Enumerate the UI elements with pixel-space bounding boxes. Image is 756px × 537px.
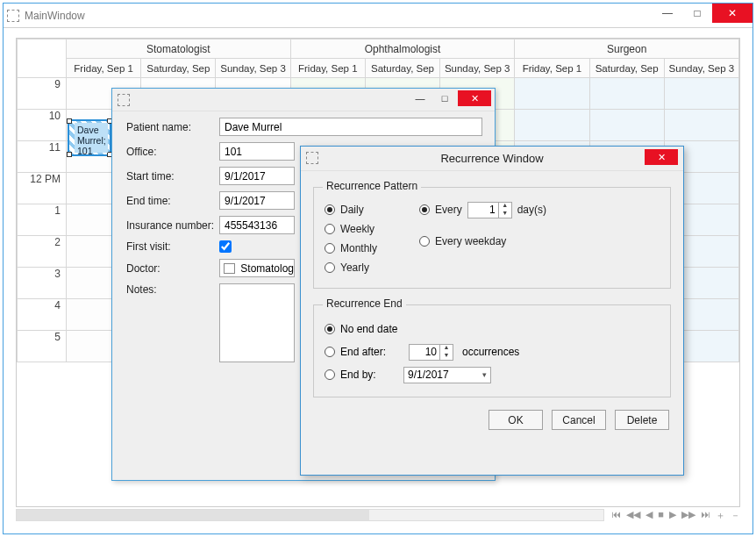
appointment-dave-murrel[interactable]: Dave Murrel; 101 (68, 119, 111, 156)
spin-up-icon[interactable]: ▲ (440, 344, 453, 352)
delete-button[interactable]: Delete (615, 410, 669, 430)
app-icon (118, 94, 130, 106)
radio-icon (325, 369, 335, 380)
horizontal-scrollbar[interactable] (16, 509, 604, 521)
insurance-number-label: Insurance number: (126, 219, 219, 232)
radio-every-weekday[interactable]: Every weekday (419, 232, 660, 251)
time-slot[interactable] (664, 78, 738, 110)
day-header[interactable]: Sunday, Sep 3 (216, 59, 290, 78)
time-label: 5 (18, 331, 67, 362)
end-time-label: End time: (126, 195, 219, 207)
recurrence-titlebar[interactable]: Recurrence Window ✕ (301, 147, 683, 171)
group-header-stomatologist[interactable]: Stomatologist (67, 39, 291, 59)
radio-weekly[interactable]: Weekly (325, 219, 412, 239)
day-header[interactable]: Friday, Sep 1 (290, 59, 365, 78)
nav-button-3[interactable]: ■ (658, 509, 664, 522)
recurrence-title: Recurrence Window (440, 152, 543, 165)
time-label: 9 (18, 78, 67, 110)
time-slot[interactable] (664, 110, 738, 141)
patient-name-label: Patient name: (126, 121, 219, 133)
time-label: 3 (18, 268, 67, 299)
appointment-line: Dave (77, 125, 105, 135)
nav-button-8[interactable]: － (731, 509, 740, 522)
end-time-input[interactable] (219, 191, 295, 210)
first-visit-checkbox[interactable] (219, 240, 232, 253)
time-slot[interactable] (589, 78, 664, 110)
spin-up-icon[interactable]: ▲ (499, 202, 511, 210)
app-icon (7, 10, 19, 22)
nav-button-0[interactable]: ⏮ (611, 509, 621, 522)
radio-monthly[interactable]: Monthly (325, 239, 412, 258)
cancel-button[interactable]: Cancel (552, 410, 606, 430)
radio-icon (325, 324, 335, 334)
nav-button-7[interactable]: ＋ (716, 509, 725, 522)
doctor-combobox[interactable]: Stomatolog (219, 259, 295, 277)
edit-close-button[interactable]: ✕ (458, 90, 491, 106)
group-header-surgeon[interactable]: Surgeon (515, 39, 739, 59)
time-slot[interactable] (515, 78, 589, 110)
day-header[interactable]: Friday, Sep 1 (515, 59, 589, 78)
edit-dialog-titlebar[interactable]: — □ ✕ (112, 89, 495, 111)
recurrence-dialog: Recurrence Window ✕ Recurrence Pattern D… (300, 146, 684, 476)
radio-yearly[interactable]: Yearly (325, 258, 412, 277)
office-label: Office: (126, 146, 219, 158)
day-header[interactable]: Sunday, Sep 3 (440, 59, 515, 78)
time-label: 1 (18, 204, 67, 236)
radio-icon (325, 262, 335, 273)
radio-end-by[interactable]: End by: (325, 369, 403, 381)
day-header[interactable]: Sunday, Sep 3 (664, 59, 738, 78)
day-header[interactable]: Friday, Sep 1 (67, 59, 141, 78)
office-input[interactable] (219, 142, 295, 161)
resize-handle[interactable] (67, 118, 72, 124)
every-days-spinner[interactable]: ▲▼ (467, 202, 512, 218)
radio-icon (325, 243, 335, 254)
radio-icon (419, 204, 430, 215)
time-label: 11 (18, 141, 67, 173)
nav-button-4[interactable]: ▶ (669, 509, 676, 522)
end-by-date-picker[interactable]: 9/1/2017 ▾ (403, 367, 491, 383)
every-days-input[interactable] (468, 204, 498, 216)
radio-every-n-days[interactable]: Every ▲▼ day(s) (419, 200, 660, 219)
app-icon (306, 152, 318, 164)
radio-icon (325, 347, 335, 357)
day-header[interactable]: Saturday, Sep (141, 59, 216, 78)
scheduler-corner (18, 39, 67, 78)
ok-button[interactable]: OK (489, 410, 543, 430)
spin-down-icon[interactable]: ▼ (440, 352, 453, 360)
recurrence-pattern-label: Recurrence Pattern (323, 180, 421, 192)
nav-button-6[interactable]: ⏭ (701, 509, 710, 522)
minimize-button[interactable]: — (653, 4, 682, 23)
end-after-spinner[interactable]: ▲▼ (409, 344, 453, 361)
radio-daily[interactable]: Daily (325, 200, 412, 219)
day-header[interactable]: Saturday, Sep (365, 59, 439, 78)
nav-button-2[interactable]: ◀ (645, 509, 653, 522)
spin-down-icon[interactable]: ▼ (499, 210, 511, 218)
radio-end-after[interactable]: End after: (325, 346, 403, 358)
radio-icon (325, 224, 335, 234)
radio-icon (325, 204, 335, 215)
insurance-number-input[interactable] (219, 216, 295, 234)
time-slot[interactable] (589, 110, 664, 141)
titlebar[interactable]: MainWindow — □ ✕ (4, 4, 752, 28)
group-header-ophthalmologist[interactable]: Ophthalmologist (290, 39, 515, 59)
edit-minimize-button[interactable]: — (409, 90, 431, 106)
maximize-button[interactable]: □ (682, 4, 712, 23)
nav-button-5[interactable]: ▶▶ (681, 509, 695, 522)
patient-name-input[interactable] (219, 118, 482, 136)
end-after-input[interactable] (410, 346, 439, 358)
time-label: 4 (18, 299, 67, 331)
appointment-line: Murrel; (77, 135, 105, 146)
day-header[interactable]: Saturday, Sep (589, 59, 664, 78)
radio-no-end-date[interactable]: No end date (325, 318, 660, 340)
edit-maximize-button[interactable]: □ (433, 90, 456, 106)
nav-button-1[interactable]: ◀◀ (626, 509, 640, 522)
resize-handle[interactable] (67, 152, 72, 157)
recurrence-close-button[interactable]: ✕ (645, 149, 678, 165)
time-slot[interactable] (515, 110, 589, 141)
recurrence-end-group: Recurrence End No end date End after: ▲▼… (313, 304, 671, 397)
close-button[interactable]: ✕ (712, 4, 752, 23)
start-time-input[interactable] (219, 167, 295, 185)
chevron-down-icon: ▾ (482, 370, 487, 379)
notes-textarea[interactable] (219, 283, 295, 362)
window-controls: — □ ✕ (653, 4, 752, 27)
